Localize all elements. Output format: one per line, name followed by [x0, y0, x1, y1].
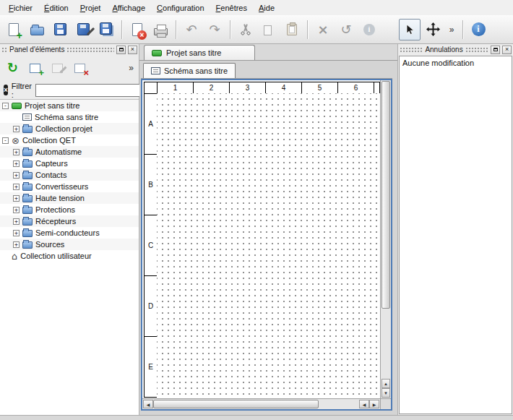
row-header: D	[144, 275, 158, 337]
tree-expander-icon[interactable]	[13, 184, 20, 190]
undo-button[interactable]: ↶	[181, 19, 202, 40]
rotate-button[interactable]: ↺	[335, 19, 357, 40]
column-header: 2	[193, 82, 230, 94]
menu-item[interactable]: Fenêtres	[210, 2, 253, 14]
element-info-button[interactable]: i	[358, 19, 380, 40]
tree-expander-icon[interactable]	[13, 172, 20, 179]
close-file-icon	[132, 23, 142, 36]
tree-item-icon	[22, 172, 33, 179]
save-all-button[interactable]	[95, 19, 117, 40]
menu-item[interactable]: Projet	[74, 2, 107, 14]
menu-bar: FichierÉditionProjetAffichageConfigurati…	[0, 0, 513, 15]
tree-item[interactable]: Collection utilisateur	[0, 250, 139, 262]
scroll-left-button-2[interactable]: ◀	[359, 400, 369, 408]
open-file-button[interactable]	[26, 19, 48, 40]
diagram-canvas[interactable]: 123456 ABCDE	[142, 80, 380, 398]
new-file-button[interactable]	[3, 19, 25, 40]
clear-filter-button[interactable]: ×	[4, 85, 8, 95]
tree-expander-icon[interactable]	[13, 218, 20, 225]
delete-button[interactable]: ×	[312, 19, 334, 40]
undo-panel-titlebar[interactable]: Annulations ×	[398, 44, 513, 55]
horizontal-scrollbar[interactable]: ◀ ◀ ▶	[142, 398, 380, 409]
filter-input[interactable]	[35, 84, 144, 97]
save-as-button[interactable]	[72, 19, 94, 40]
diagram-tools-overflow-button[interactable]: »	[445, 19, 458, 40]
undo-panel-title: Annulations	[425, 46, 462, 53]
vertical-scrollbar-thumb[interactable]	[381, 81, 390, 309]
menu-item[interactable]: Configuration	[151, 2, 210, 14]
close-panel-button[interactable]: ×	[128, 46, 137, 54]
scroll-left-button[interactable]: ◀	[143, 400, 153, 408]
tree-item[interactable]: Capteurs	[0, 158, 139, 169]
tree-item[interactable]: Collection QET	[0, 134, 139, 146]
project-tab[interactable]: Projet sans titre	[144, 45, 255, 60]
row-header: E	[144, 336, 158, 398]
project-tab-label: Projet sans titre	[166, 48, 221, 57]
scroll-right-button[interactable]: ▶	[369, 400, 379, 408]
dock-grip[interactable]	[66, 47, 114, 53]
tree-item-label: Capteurs	[35, 159, 68, 168]
save-button[interactable]	[49, 19, 71, 40]
dock-grip[interactable]	[465, 47, 488, 53]
close-panel-button[interactable]: ×	[502, 46, 512, 54]
tree-item[interactable]: Sources	[0, 239, 139, 250]
elements-panel-titlebar[interactable]: Panel d'éléments ×	[0, 44, 139, 55]
edit-element-button[interactable]	[48, 59, 67, 78]
copy-button[interactable]	[258, 19, 280, 40]
tree-item[interactable]: Automatisme	[0, 146, 139, 158]
diagram-grid[interactable]	[157, 93, 380, 398]
toolbar-separator	[121, 20, 122, 39]
dock-grip[interactable]	[400, 47, 423, 53]
tree-expander-icon[interactable]	[13, 126, 20, 132]
menu-item[interactable]: Fichier	[3, 2, 38, 14]
float-panel-button[interactable]	[116, 46, 126, 54]
horizontal-scrollbar-track[interactable]	[319, 400, 359, 408]
tree-expander-icon[interactable]	[13, 160, 20, 167]
new-element-button[interactable]	[25, 59, 45, 78]
tree-item[interactable]: Convertisseurs	[0, 181, 139, 192]
delete-element-icon	[74, 64, 85, 73]
horizontal-scrollbar-thumb[interactable]	[153, 400, 319, 408]
menu-item[interactable]: Édition	[38, 2, 74, 14]
cut-button[interactable]	[235, 19, 256, 40]
tree-expander-icon[interactable]	[2, 137, 9, 144]
redo-button[interactable]: ↷	[204, 19, 225, 40]
close-file-button[interactable]	[126, 19, 148, 40]
tree-expander-icon[interactable]	[13, 230, 20, 236]
tree-item[interactable]: Récepteurs	[0, 215, 139, 227]
qelectrotech-window: FichierÉditionProjetAffichageConfigurati…	[0, 0, 513, 420]
selection-mode-button[interactable]	[399, 19, 421, 40]
tree-expander-icon[interactable]	[13, 195, 20, 202]
tree-item[interactable]: Schéma sans titre	[0, 111, 139, 123]
tree-expander-icon[interactable]	[13, 149, 20, 155]
about-qet-button[interactable]: i	[467, 19, 489, 40]
undo-panel: Annulations × Aucune modification	[397, 44, 513, 415]
tree-item[interactable]: Protections	[0, 204, 139, 215]
vertical-scrollbar[interactable]: ▲ ▼	[380, 80, 391, 398]
print-button[interactable]	[150, 19, 171, 40]
schema-tab[interactable]: Schéma sans titre	[143, 63, 236, 78]
vertical-scrollbar-track[interactable]	[381, 309, 390, 379]
float-panel-button[interactable]	[491, 46, 500, 54]
mdi-area: Projet sans titre Schéma sans titre 123	[139, 44, 397, 415]
diagram-view[interactable]: 123456 ABCDE ▲ ▼ ◀	[141, 79, 392, 411]
reload-collections-button[interactable]: ↻	[3, 59, 22, 78]
tree-expander-icon[interactable]	[13, 207, 20, 213]
tree-item[interactable]: Projet sans titre	[0, 100, 139, 111]
tree-item[interactable]: Collection projet	[0, 123, 139, 134]
tree-expander-icon[interactable]	[2, 103, 9, 109]
tree-item[interactable]: Contacts	[0, 169, 139, 181]
move-mode-button[interactable]	[422, 19, 444, 40]
panel-toolbar-overflow-button[interactable]: »	[126, 63, 136, 73]
scroll-down-button[interactable]: ▼	[381, 388, 390, 398]
tree-expander-icon[interactable]	[13, 241, 20, 248]
tree-item[interactable]: Semi-conducteurs	[0, 227, 139, 239]
undo-history-list[interactable]: Aucune modification	[399, 56, 512, 414]
delete-element-button[interactable]	[70, 59, 90, 78]
menu-item[interactable]: Affichage	[106, 2, 151, 14]
dock-grip[interactable]	[1, 47, 7, 53]
menu-item[interactable]: Aide	[253, 2, 280, 14]
scroll-up-button[interactable]: ▲	[381, 379, 390, 388]
paste-button[interactable]	[281, 19, 303, 40]
tree-item[interactable]: Haute tension	[0, 192, 139, 204]
